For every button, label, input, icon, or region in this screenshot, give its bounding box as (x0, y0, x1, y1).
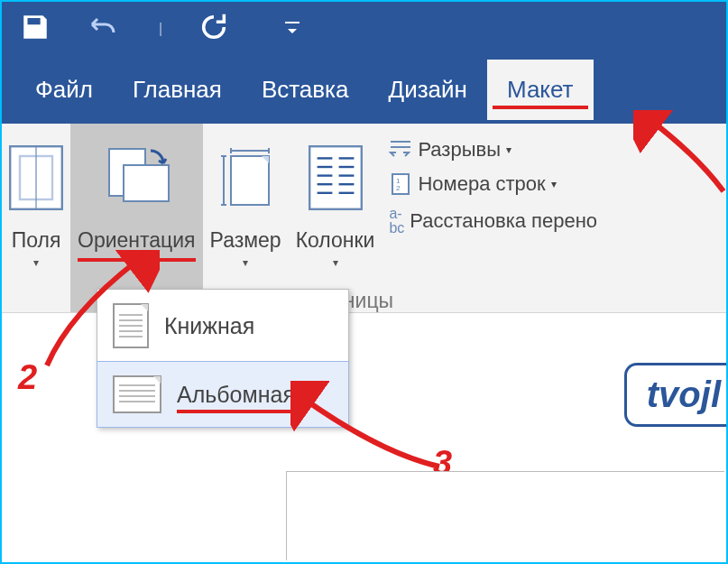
tab-layout[interactable]: Макет (487, 60, 594, 120)
orientation-landscape-item[interactable]: Альбомная (97, 361, 349, 428)
svg-text:2: 2 (396, 184, 401, 192)
tab-design[interactable]: Дизайн (369, 60, 487, 120)
chevron-down-icon: ▾ (134, 265, 139, 278)
ribbon-layout: Поля▾ Ориентация▾ Размер▾ (2, 124, 726, 313)
chevron-down-icon: ▾ (243, 256, 248, 269)
svg-rect-28 (114, 376, 161, 412)
chevron-down-icon: ▾ (33, 256, 39, 269)
portrait-label: Книжная (164, 313, 254, 339)
watermark-badge: tvojl (624, 363, 726, 427)
svg-rect-5 (231, 156, 269, 205)
hyphenation-label: Расстановка перено (410, 209, 597, 233)
document-area[interactable] (286, 471, 724, 560)
columns-label: Колонки (296, 228, 375, 253)
customize-qat-icon[interactable] (283, 18, 301, 40)
quick-access-toolbar: | (2, 2, 726, 56)
size-icon (217, 133, 274, 223)
orientation-button[interactable]: Ориентация▾ (70, 124, 203, 312)
svg-rect-18 (392, 174, 409, 194)
landscape-page-icon (112, 374, 162, 414)
redo-icon[interactable] (198, 12, 229, 46)
line-numbers-label: Номера строк (418, 172, 545, 196)
portrait-page-icon (112, 302, 150, 349)
orientation-icon (100, 133, 172, 223)
size-button[interactable]: Размер▾ (203, 124, 289, 312)
line-numbers-button[interactable]: 12 Номера строк ▾ (389, 167, 597, 201)
size-label: Размер (210, 228, 281, 253)
line-numbers-icon: 12 (389, 172, 412, 196)
margins-button[interactable]: Поля▾ (2, 124, 70, 312)
undo-icon[interactable] (87, 14, 123, 44)
annotation-number-2: 2 (18, 358, 37, 397)
columns-icon (309, 133, 363, 223)
tab-home[interactable]: Главная (113, 60, 242, 120)
hyphenation-icon: a-bc (389, 207, 404, 236)
page-setup-extra: Разрывы ▾ 12 Номера строк ▾ a-bc Расстан… (382, 124, 604, 312)
chevron-down-icon: ▾ (506, 143, 511, 156)
breaks-icon (389, 140, 412, 160)
hyphenation-button[interactable]: a-bc Расстановка перено (389, 201, 597, 241)
orientation-portrait-item[interactable]: Книжная (97, 290, 348, 362)
qat-separator: | (159, 21, 162, 37)
columns-button[interactable]: Колонки▾ (289, 124, 382, 312)
tab-insert[interactable]: Вставка (242, 60, 369, 120)
breaks-label: Разрывы (418, 138, 501, 162)
svg-rect-4 (124, 165, 169, 201)
margins-label: Поля (12, 228, 61, 253)
landscape-label: Альбомная (177, 382, 295, 408)
orientation-label: Ориентация (78, 228, 196, 253)
margins-icon (9, 133, 63, 223)
ribbon-tabs: Файл Главная Вставка Дизайн Макет (2, 56, 726, 124)
breaks-button[interactable]: Разрывы ▾ (389, 133, 597, 167)
chevron-down-icon: ▾ (551, 178, 557, 190)
svg-rect-7 (309, 146, 362, 209)
tab-file[interactable]: Файл (15, 60, 113, 120)
save-icon[interactable] (20, 12, 51, 46)
chevron-down-icon: ▾ (333, 256, 338, 269)
orientation-dropdown: Книжная Альбомная (97, 289, 349, 428)
